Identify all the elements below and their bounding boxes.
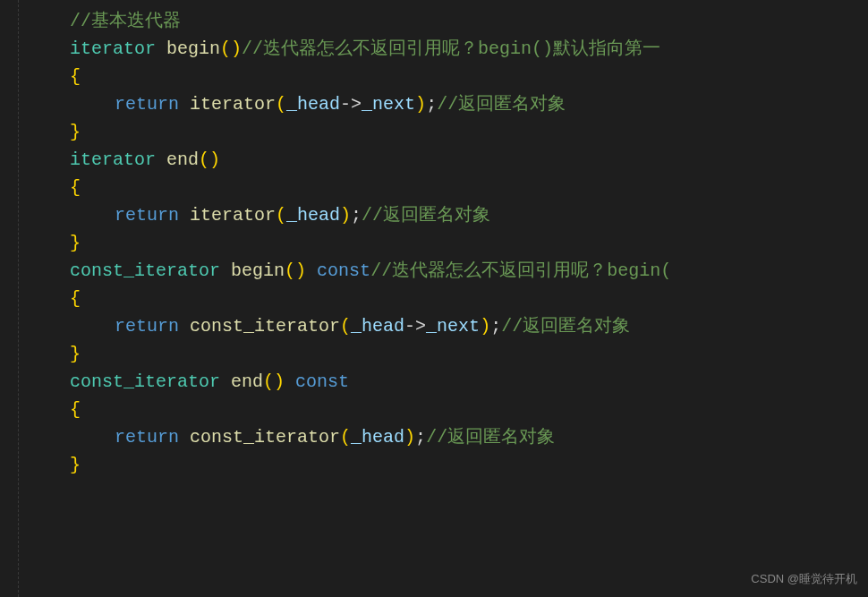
indent-guide-main: [18, 0, 19, 597]
paren-close: ): [404, 427, 415, 448]
function-name: begin: [166, 38, 220, 59]
comment-text: //返回匿名对象: [362, 205, 490, 226]
paren-close: ): [209, 149, 220, 170]
function-name: end: [231, 371, 263, 392]
type-name: const_iterator: [70, 260, 220, 281]
constructor-call: iterator: [190, 205, 276, 226]
arrow-op: ->: [404, 316, 426, 337]
comment-text: //返回匿名对象: [426, 427, 555, 448]
brace-close: }: [70, 122, 81, 142]
watermark-text: CSDN @睡觉待开机: [751, 570, 857, 588]
semicolon: ;: [426, 94, 437, 115]
code-line: {: [25, 63, 868, 90]
brace-open: {: [70, 66, 81, 87]
identifier: _next: [426, 316, 480, 337]
keyword-return: return: [115, 316, 179, 337]
constructor-call: const_iterator: [190, 427, 340, 448]
paren-open: (: [276, 94, 286, 115]
paren-close: ): [231, 38, 242, 59]
type-name: iterator: [70, 149, 156, 170]
paren-open: (: [263, 371, 274, 392]
comment-text: //基本迭代器: [70, 11, 181, 31]
comment-text: //返回匿名对象: [437, 94, 566, 115]
paren-close: ): [295, 260, 306, 281]
code-line: }: [25, 118, 868, 146]
code-line: const_iterator begin() const//迭代器怎么不返回引用…: [25, 257, 868, 285]
function-name: end: [166, 149, 199, 170]
code-line: //基本迭代器: [25, 7, 868, 35]
paren-close: ): [415, 94, 426, 115]
semicolon: ;: [490, 316, 501, 337]
paren-close: ): [480, 316, 490, 337]
type-name: iterator: [70, 38, 156, 59]
keyword-return: return: [115, 94, 179, 115]
code-editor[interactable]: //基本迭代器 iterator begin()//迭代器怎么不返回引用呢？be…: [0, 0, 868, 479]
paren-close: ): [274, 371, 285, 392]
semicolon: ;: [415, 427, 426, 448]
brace-close: }: [70, 233, 81, 253]
paren-close: ): [340, 205, 351, 226]
paren-open: (: [276, 205, 286, 226]
code-line: }: [25, 229, 868, 257]
gutter: [0, 0, 25, 597]
paren-open: (: [199, 149, 209, 170]
identifier: _head: [286, 205, 340, 226]
keyword-const: const: [317, 260, 370, 281]
paren-open: (: [340, 316, 351, 337]
paren-open: (: [340, 427, 351, 448]
identifier: _head: [351, 427, 404, 448]
paren-open: (: [220, 38, 231, 59]
code-line: {: [25, 174, 868, 201]
semicolon: ;: [351, 205, 362, 226]
keyword-return: return: [115, 205, 179, 226]
brace-open: {: [70, 288, 81, 309]
code-line: }: [25, 340, 868, 368]
function-name: begin: [231, 260, 285, 281]
constructor-call: const_iterator: [190, 316, 340, 337]
brace-close: }: [70, 455, 81, 475]
comment-text: //迭代器怎么不返回引用呢？begin()默认指向第一: [242, 38, 660, 59]
code-line: return iterator(_head);//返回匿名对象: [25, 201, 868, 229]
comment-text: //返回匿名对象: [501, 316, 630, 337]
constructor-call: iterator: [190, 94, 276, 115]
code-line: const_iterator end() const: [25, 368, 868, 396]
brace-close: }: [70, 344, 81, 364]
code-line: return const_iterator(_head);//返回匿名对象: [25, 423, 868, 451]
code-line: return iterator(_head->_next);//返回匿名对象: [25, 90, 868, 118]
paren-open: (: [285, 260, 295, 281]
keyword-return: return: [115, 427, 179, 448]
code-line: iterator end(): [25, 146, 868, 174]
code-line: iterator begin()//迭代器怎么不返回引用呢？begin()默认指…: [25, 35, 868, 63]
code-line: }: [25, 451, 868, 479]
comment-text: //迭代器怎么不返回引用呢？begin(: [370, 260, 671, 281]
type-name: const_iterator: [70, 371, 220, 392]
code-line: return const_iterator(_head->_next);//返回…: [25, 312, 868, 340]
code-line: {: [25, 396, 868, 423]
arrow-op: ->: [340, 94, 362, 115]
identifier: _head: [351, 316, 404, 337]
identifier: _next: [362, 94, 415, 115]
identifier: _head: [286, 94, 340, 115]
code-line: {: [25, 285, 868, 312]
keyword-const: const: [295, 371, 349, 392]
brace-open: {: [70, 177, 81, 198]
brace-open: {: [70, 399, 81, 420]
